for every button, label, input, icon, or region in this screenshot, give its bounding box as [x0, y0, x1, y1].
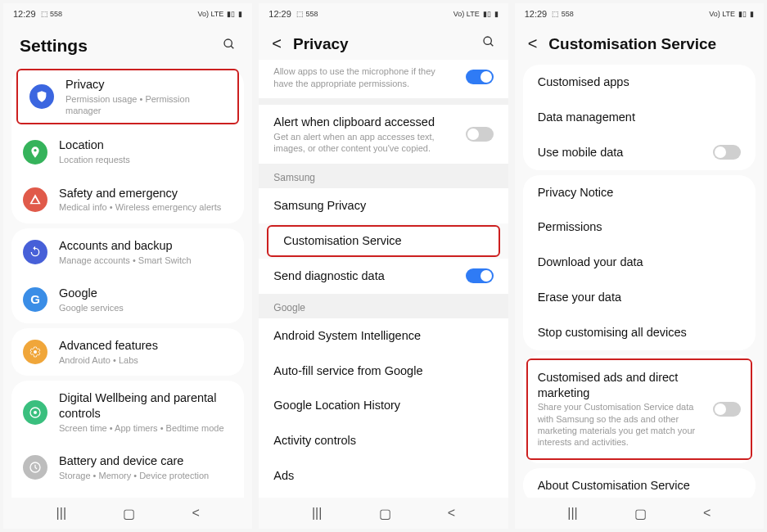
row-title: Ads — [273, 468, 493, 484]
nav-home-icon[interactable]: ▢ — [379, 506, 391, 521]
row-mobile-data[interactable]: Use mobile data — [523, 135, 756, 170]
row-microphone-truncated[interactable]: Allow apps to use the microphone if they… — [259, 60, 508, 98]
row-title: Safety and emergency — [59, 186, 232, 201]
row-erase-data[interactable]: Erase your data — [523, 280, 756, 315]
nav-bar: ||| ▢ < — [259, 498, 508, 529]
row-data-mgmt[interactable]: Data management — [523, 100, 756, 135]
section-samsung: Samsung — [259, 164, 508, 188]
search-icon[interactable] — [482, 35, 495, 52]
wellbeing-icon — [23, 400, 47, 425]
header: < Customisation Service — [515, 25, 764, 60]
row-title: Erase your data — [538, 290, 741, 305]
row-privacy-notice[interactable]: Privacy Notice — [523, 175, 756, 210]
status-carrier-icons: ⬚ 558 — [296, 10, 318, 18]
row-custom-apps[interactable]: Customised apps — [523, 65, 756, 100]
nav-recent-icon[interactable]: ||| — [312, 506, 322, 521]
toggle[interactable] — [713, 145, 741, 160]
sidebar-item-apps[interactable]: AppsDefault apps • App settings — [11, 491, 244, 498]
phone-settings: 12:29 ⬚ 558 Vo) LTE ▮▯ ▮ Settings Privac… — [3, 3, 252, 529]
sidebar-item-wellbeing[interactable]: Digital Wellbeing and parental controlsS… — [11, 381, 244, 444]
row-title: Auto-fill service from Google — [273, 363, 493, 379]
row-loc-history[interactable]: Google Location History — [259, 388, 508, 423]
row-ads[interactable]: Ads — [259, 458, 508, 494]
nav-back-icon[interactable]: < — [448, 506, 455, 521]
section-google: Google — [259, 294, 508, 318]
nav-back-icon[interactable]: < — [192, 506, 199, 521]
svg-point-0 — [224, 39, 232, 47]
status-carrier-icons: ⬚ 558 — [552, 10, 574, 18]
sidebar-item-google[interactable]: GGoogleGoogle services — [11, 276, 244, 323]
nav-back-icon[interactable]: < — [703, 506, 711, 521]
header: Settings — [3, 25, 252, 64]
custom-ads-title: Customised ads and direct marketing — [538, 370, 705, 401]
status-battery-icon: ▮ — [494, 10, 499, 18]
custom-ads-sub: Share your Customisation Service data wi… — [538, 401, 705, 448]
toggle[interactable] — [466, 268, 494, 283]
svg-point-10 — [484, 37, 491, 44]
row-send-diag[interactable]: Send diagnostic data — [259, 259, 508, 294]
row-title: Privacy — [65, 77, 226, 92]
row-customisation-service[interactable]: Customisation Service — [268, 230, 498, 252]
sidebar-item-safety[interactable]: Safety and emergencyMedical info • Wirel… — [11, 176, 244, 223]
nav-home-icon[interactable]: ▢ — [634, 506, 647, 521]
row-title: Battery and device care — [59, 453, 232, 469]
row-clipboard-alert[interactable]: Alert when clipboard accessed Get an ale… — [259, 105, 508, 164]
row-title: Android System Intelligence — [273, 328, 493, 344]
nav-recent-icon[interactable]: ||| — [56, 506, 66, 521]
row-title: Digital Wellbeing and parental controls — [59, 390, 232, 422]
row-title: Samsung Privacy — [273, 198, 493, 214]
row-sub: Permission usage • Permission manager — [65, 93, 226, 117]
status-time: 12:29 — [13, 9, 36, 19]
status-time: 12:29 — [268, 9, 291, 19]
alert-icon — [23, 187, 47, 212]
row-activity[interactable]: Activity controls — [259, 423, 508, 458]
pin-icon — [23, 140, 47, 165]
sidebar-item-battery[interactable]: Battery and device careStorage • Memory … — [11, 444, 244, 491]
sidebar-item-privacy[interactable]: PrivacyPermission usage • Permission man… — [18, 74, 237, 119]
row-custom-ads[interactable]: Customised ads and direct marketing Shar… — [528, 363, 751, 455]
row-android-intel[interactable]: Android System Intelligence — [259, 318, 508, 354]
status-net1: Vo) LTE — [453, 10, 480, 18]
status-net1: Vo) LTE — [709, 10, 735, 18]
row-stop-custom[interactable]: Stop customising all devices — [523, 315, 756, 350]
sidebar-item-advanced[interactable]: Advanced featuresAndroid Auto • Labs — [11, 328, 244, 376]
shield-icon — [29, 84, 54, 109]
row-sub: Storage • Memory • Device protection — [59, 470, 232, 481]
status-bar: 12:29 ⬚ 558 Vo) LTE ▮▯ ▮ — [515, 3, 764, 25]
status-net1: Vo) LTE — [197, 10, 223, 18]
svg-point-4 — [34, 411, 37, 414]
nav-home-icon[interactable]: ▢ — [123, 506, 135, 521]
G-icon: G — [23, 287, 47, 312]
clipboard-toggle[interactable] — [466, 127, 494, 142]
row-permissions[interactable]: Permissions — [523, 210, 756, 245]
row-about-customisation[interactable]: About Customisation Service — [523, 468, 756, 498]
row-title: Activity controls — [273, 433, 493, 449]
row-title: Google Location History — [273, 398, 493, 413]
custom-ads-toggle[interactable] — [713, 402, 741, 417]
row-samsung-privacy[interactable]: Samsung Privacy — [259, 188, 508, 223]
row-sub: Manage accounts • Smart Switch — [59, 255, 232, 266]
status-bar: 12:29 ⬚ 558 Vo) LTE ▮▯ ▮ — [3, 3, 252, 25]
back-icon[interactable]: < — [528, 34, 538, 53]
back-icon[interactable]: < — [272, 34, 282, 53]
status-time: 12:29 — [525, 9, 548, 19]
row-title: Permissions — [538, 219, 741, 235]
row-autofill[interactable]: Auto-fill service from Google — [259, 354, 508, 389]
row-download-data[interactable]: Download your data — [523, 245, 756, 280]
row-title: Use mobile data — [538, 145, 705, 160]
microphone-sub: Allow apps to use the microphone if they… — [273, 65, 457, 90]
row-title: Send diagnostic data — [273, 268, 457, 284]
status-signal-icon: ▮▯ — [738, 10, 747, 18]
customisation-list: Customised appsData managementUse mobile… — [515, 60, 764, 498]
row-sub: Location requests — [59, 154, 232, 165]
search-icon[interactable] — [223, 38, 236, 55]
nav-recent-icon[interactable]: ||| — [567, 506, 577, 521]
sidebar-item-accounts[interactable]: Accounts and backupManage accounts • Sma… — [11, 228, 244, 276]
sidebar-item-location[interactable]: LocationLocation requests — [11, 128, 244, 175]
page-title: Privacy — [293, 35, 471, 53]
row-title: Privacy Notice — [538, 185, 741, 201]
status-bar: 12:29 ⬚ 558 Vo) LTE ▮▯ ▮ — [259, 3, 508, 25]
row-title: Advanced features — [59, 338, 232, 354]
microphone-toggle[interactable] — [466, 70, 494, 84]
row-title: Download your data — [538, 255, 741, 270]
